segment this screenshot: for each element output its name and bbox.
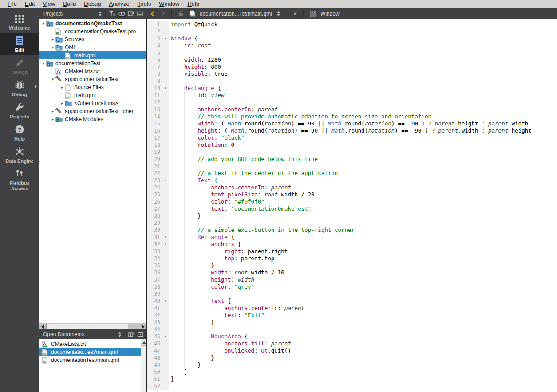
code-line[interactable]: 6width: 1280 xyxy=(147,56,557,63)
link-with-editor-icon[interactable] xyxy=(117,11,126,17)
tree-item[interactable]: ▾qmlQML xyxy=(39,43,146,51)
scroll-right-icon[interactable] xyxy=(140,323,146,330)
sort-updown-icon[interactable] xyxy=(97,10,103,17)
tree-item[interactable]: ▸Source Files xyxy=(39,83,146,91)
expand-arrow[interactable]: ▾ xyxy=(50,77,55,82)
expand-arrow[interactable]: ▸ xyxy=(59,101,65,106)
code-line[interactable]: 5 xyxy=(147,49,557,56)
code-line[interactable]: 46anchors.fill: parent xyxy=(147,340,557,347)
menu-item-window[interactable]: Window xyxy=(155,0,183,8)
code-line[interactable]: 35} xyxy=(147,262,557,269)
mode-button-data-engine[interactable]: Data Engine xyxy=(0,144,39,166)
open-document-item[interactable]: qmldocumentationTest/main.qml xyxy=(39,356,141,364)
code-line[interactable]: 18rotation: 0 xyxy=(147,141,557,149)
menu-item-edit[interactable]: Edit xyxy=(21,0,39,8)
fold-marker-icon[interactable]: ▾ xyxy=(162,85,169,92)
code-line[interactable]: 41anchors.centerIn: parent xyxy=(147,305,557,312)
code-line[interactable]: 9 xyxy=(147,78,557,85)
code-line[interactable]: 34top: parent.top xyxy=(147,255,557,262)
code-line[interactable]: 24anchors.centerIn: parent xyxy=(147,184,557,191)
fold-marker-icon[interactable]: ▾ xyxy=(162,234,169,241)
menu-item-help[interactable]: Help xyxy=(183,0,203,8)
close-document-icon[interactable]: × xyxy=(292,11,298,17)
tree-item[interactable]: ▾appdocumentationTest xyxy=(39,75,146,83)
expand-arrow[interactable]: ▾ xyxy=(41,61,46,66)
code-line[interactable]: 12 xyxy=(147,99,557,106)
code-line[interactable]: 32▾anchors { xyxy=(147,241,557,248)
file-dropdown-icon[interactable] xyxy=(275,10,282,17)
panel-selector[interactable]: Open Documents xyxy=(43,331,116,337)
menu-item-tools[interactable]: Tools xyxy=(134,0,155,8)
expand-arrow[interactable]: ▾ xyxy=(50,45,55,50)
fold-marker-icon[interactable]: ▾ xyxy=(162,298,169,305)
code-line[interactable]: 25font.pixelSize: root.width / 20 xyxy=(147,191,557,198)
code-line[interactable]: 3▾Window { xyxy=(147,35,557,42)
code-line[interactable]: 50} xyxy=(147,368,557,376)
code-line[interactable]: 15width: ( Math.round(rotation) == 90 ||… xyxy=(147,120,557,127)
code-line[interactable]: 26color: "#f0f0f0" xyxy=(147,198,557,205)
sort-updown-icon[interactable] xyxy=(116,331,123,338)
submenu-arrow-icon[interactable] xyxy=(35,85,37,88)
code-line[interactable]: 16height: ( Math.round(rotation) == 90 |… xyxy=(147,127,557,134)
code-line[interactable]: 10▾Rectangle { xyxy=(147,85,557,92)
code-line[interactable]: 28} xyxy=(147,212,557,220)
code-line[interactable]: 36width: root.width / 10 xyxy=(147,269,557,276)
code-line[interactable]: 7height: 800 xyxy=(147,63,557,71)
tree-item[interactable]: ▾documentationTest xyxy=(39,59,146,67)
code-line[interactable]: 48} xyxy=(147,354,557,361)
split-new-icon[interactable] xyxy=(126,10,136,17)
code-line[interactable]: 22// a text in the center of the applica… xyxy=(147,170,557,177)
code-line[interactable]: 45▾MouseArea { xyxy=(147,333,557,340)
code-line[interactable]: 21 xyxy=(147,163,557,170)
expand-arrow[interactable]: ▸ xyxy=(50,109,55,114)
code-line[interactable]: 1import QtQuick xyxy=(147,21,557,28)
menu-item-view[interactable]: View xyxy=(39,0,59,8)
open-document-item[interactable]: qmldocumentatio...est/main.qml xyxy=(39,348,141,356)
tree-item[interactable]: ▸<Other Locations> xyxy=(39,99,146,107)
code-line[interactable]: 42text: "Exit" xyxy=(147,312,557,319)
tree-horizontal-scrollbar[interactable] xyxy=(39,323,146,329)
code-line[interactable]: 14// this will provide automatic adaptio… xyxy=(147,113,557,120)
go-back-icon[interactable] xyxy=(149,10,156,18)
code-line[interactable]: 4id: root xyxy=(147,42,557,49)
mode-button-projects[interactable]: Projects xyxy=(0,100,39,122)
code-line[interactable]: 27text: "documentationQmakeTest" xyxy=(147,205,557,212)
code-editor[interactable]: 1import QtQuick23▾Window {4id: root56wid… xyxy=(147,19,557,392)
open-documents-scrollbar[interactable] xyxy=(141,339,146,392)
fold-marker-icon[interactable]: ▾ xyxy=(162,333,169,340)
panel-selector[interactable]: Projects xyxy=(43,11,97,17)
expand-arrow[interactable]: ▸ xyxy=(50,117,55,122)
tree-item[interactable]: qmlmain.qml xyxy=(39,91,146,99)
code-line[interactable]: 44 xyxy=(147,326,557,333)
menu-item-file[interactable]: File xyxy=(4,0,21,8)
scrollbar-thumb[interactable] xyxy=(46,324,128,329)
mode-button-edit[interactable]: Edit xyxy=(0,33,39,55)
close-split-icon[interactable] xyxy=(136,10,144,17)
tree-item[interactable]: documentationQmakeTest.pro xyxy=(39,27,146,35)
mode-button-welcome[interactable]: Welcome xyxy=(0,11,39,33)
fold-marker-icon[interactable]: ▾ xyxy=(162,241,169,248)
code-line[interactable]: 2 xyxy=(147,28,557,35)
expand-arrow[interactable]: ▸ xyxy=(59,85,65,90)
code-line[interactable]: 37height: width xyxy=(147,276,557,283)
open-document-item[interactable]: CMakeLists.txt xyxy=(39,340,141,348)
fold-marker-icon[interactable]: ▾ xyxy=(162,177,169,184)
code-line[interactable]: 38color: "grey" xyxy=(147,283,557,290)
code-line[interactable]: 23▾Text { xyxy=(147,177,557,184)
code-line[interactable]: 40▾Text { xyxy=(147,298,557,305)
code-line[interactable]: 43} xyxy=(147,319,557,326)
code-line[interactable]: 49} xyxy=(147,361,557,368)
expand-arrow[interactable]: ▾ xyxy=(41,21,46,26)
code-line[interactable]: 39 xyxy=(147,290,557,298)
menu-item-build[interactable]: Build xyxy=(59,0,80,8)
code-line[interactable]: 47onClicked: Qt.quit() xyxy=(147,347,557,354)
code-line[interactable]: 52 xyxy=(147,383,557,390)
code-line[interactable]: 51} xyxy=(147,376,557,383)
open-file-selector[interactable]: documentation...Test/main.qml xyxy=(200,11,272,17)
code-line[interactable]: 8visible: true xyxy=(147,71,557,78)
tree-item[interactable]: ▾documentationQmakeTest xyxy=(39,20,146,27)
mode-button-debug[interactable]: Debug xyxy=(0,78,39,100)
code-line[interactable]: 11id: view xyxy=(147,92,557,99)
menu-item-debug[interactable]: Debug xyxy=(80,0,105,8)
tree-item[interactable]: qmlmain.qml xyxy=(39,51,146,59)
